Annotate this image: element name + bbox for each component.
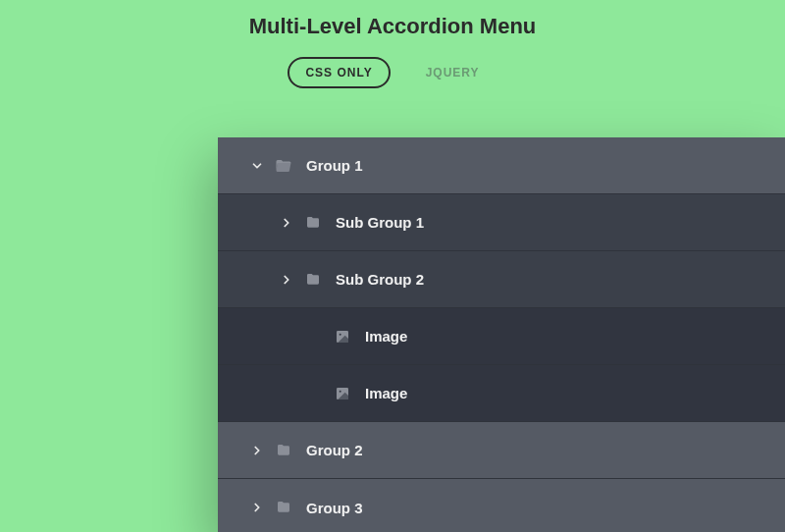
menu-label: Image <box>365 385 407 401</box>
chevron-right-icon <box>279 215 294 231</box>
accordion-menu: Group 1 Sub Group 1 Sub Group 2 Image Im… <box>218 137 785 532</box>
folder-icon <box>304 271 322 289</box>
svg-point-1 <box>340 333 341 335</box>
menu-label: Group 2 <box>306 442 363 458</box>
menu-label: Sub Group 2 <box>336 271 424 288</box>
menu-group-2[interactable]: Group 2 <box>218 422 785 479</box>
tab-css-only[interactable]: CSS ONLY <box>288 57 390 88</box>
tab-jquery[interactable]: JQUERY <box>408 57 497 88</box>
menu-group-1[interactable]: Group 1 <box>218 137 785 194</box>
chevron-down-icon <box>249 158 265 174</box>
svg-point-3 <box>340 390 341 392</box>
menu-subgroup-1[interactable]: Sub Group 1 <box>218 194 785 251</box>
folder-icon <box>275 442 292 459</box>
folder-icon <box>275 499 292 516</box>
menu-label: Group 1 <box>306 157 363 174</box>
folder-icon <box>304 214 322 232</box>
chevron-right-icon <box>279 272 294 288</box>
menu-subgroup-2[interactable]: Sub Group 2 <box>218 251 785 308</box>
image-icon <box>334 328 351 346</box>
tab-bar: CSS ONLY JQUERY <box>0 57 785 88</box>
menu-label: Group 3 <box>306 500 363 516</box>
folder-open-icon <box>275 157 292 175</box>
chevron-right-icon <box>249 500 265 515</box>
menu-label: Image <box>365 328 407 345</box>
menu-group-3[interactable]: Group 3 <box>218 479 785 532</box>
chevron-right-icon <box>249 443 265 458</box>
menu-image-1[interactable]: Image <box>218 308 785 365</box>
page-title: Multi-Level Accordion Menu <box>0 0 785 39</box>
menu-image-2[interactable]: Image <box>218 365 785 422</box>
image-icon <box>334 385 351 402</box>
menu-label: Sub Group 1 <box>336 214 424 231</box>
